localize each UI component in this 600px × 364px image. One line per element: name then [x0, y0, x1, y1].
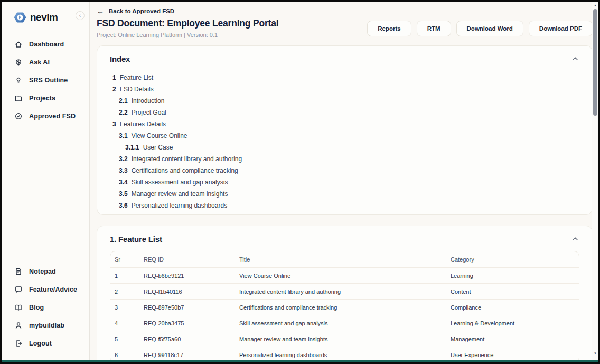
back-link[interactable]: ← Back to Approved FSD	[97, 7, 367, 15]
book-icon	[14, 303, 23, 312]
sidebar-item-ask-ai[interactable]: Ask AI	[2, 53, 89, 71]
index-item[interactable]: 1Feature List	[112, 72, 579, 83]
download-pdf-button[interactable]: Download PDF	[529, 21, 593, 36]
table-header-cell: REQ ID	[144, 256, 239, 263]
sidebar-nav-top: DashboardAsk AISRS OutlineProjectsApprov…	[2, 35, 89, 125]
table-cell: Manager review and team insights	[239, 336, 451, 342]
sidebar-item-projects[interactable]: Projects	[2, 89, 89, 107]
chevron-up-icon[interactable]	[571, 235, 579, 243]
nevim-logo-icon	[13, 11, 27, 24]
index-item-number: 3.4	[119, 179, 128, 186]
check-circle-icon	[14, 112, 23, 120]
index-item[interactable]: 2.2Project Goal	[112, 107, 579, 118]
index-item[interactable]: 3Features Details	[112, 118, 579, 130]
sidebar-item-label: Blog	[29, 304, 44, 311]
table-cell: 1	[115, 273, 144, 279]
sidebar-item-feature-advice[interactable]: Feature/Advice	[2, 281, 89, 298]
logo: nevim ‹	[2, 2, 89, 33]
index-item-number: 3.1.1	[125, 144, 139, 151]
index-list: 1Feature List2FSD Details2.1Introduction…	[110, 72, 579, 211]
sidebar-item-label: Approved FSD	[29, 113, 76, 120]
index-item-number: 3.1	[119, 132, 128, 139]
index-item-label: Project Goal	[132, 109, 166, 116]
index-item[interactable]: 3.5Manager review and team insights	[112, 188, 579, 200]
sidebar-item-notepad[interactable]: Notepad	[2, 263, 89, 281]
scrollbar-thumb[interactable]	[593, 9, 597, 116]
index-item[interactable]: 2.1Introduction	[112, 95, 579, 107]
scrollbar[interactable]: ▲ ▼	[592, 2, 598, 360]
index-item-number: 3.2	[119, 155, 128, 163]
index-item-label: Personalized learning dashboards	[132, 202, 227, 209]
sidebar-item-approved-fsd[interactable]: Approved FSD	[2, 107, 89, 125]
scroll-down-arrow-icon[interactable]: ▼	[592, 350, 598, 357]
table-cell: REQ-897e50b7	[144, 304, 239, 311]
chevron-left-icon: ‹	[79, 12, 81, 20]
table-cell: 2	[115, 288, 144, 295]
index-item[interactable]: 2FSD Details	[112, 83, 579, 95]
app-window: nevim ‹ DashboardAsk AISRS OutlineProjec…	[0, 0, 600, 364]
user-icon	[14, 321, 23, 330]
sidebar-item-label: Feature/Advice	[29, 286, 77, 293]
feature-list-card: 1. Feature List SrREQ IDTitleCategory 1R…	[97, 226, 593, 362]
index-item[interactable]: 3.6Personalized learning dashboards	[112, 200, 579, 211]
sidebar-item-mybuildlab[interactable]: mybuildlab	[2, 316, 89, 334]
feature-table-body: 1REQ-b6be9121View Course OnlineLearning2…	[110, 267, 579, 362]
table-cell: Content	[451, 288, 579, 295]
main-content: ← Back to Approved FSD FSD Document: Emp…	[90, 2, 598, 362]
sidebar: nevim ‹ DashboardAsk AISRS OutlineProjec…	[2, 2, 90, 362]
index-card-header: Index	[110, 54, 579, 64]
download-word-button[interactable]: Download Word	[456, 21, 523, 36]
back-label: Back to Approved FSD	[109, 8, 174, 14]
logout-icon	[14, 339, 23, 348]
index-item[interactable]: 3.2Integrated content library and author…	[112, 153, 579, 165]
sidebar-nav-bottom: NotepadFeature/AdviceBlogmybuildlabLogou…	[2, 263, 89, 352]
index-item-number: 2.1	[119, 97, 128, 105]
table-cell: View Course Online	[239, 273, 451, 279]
sidebar-collapse-button[interactable]: ‹	[76, 11, 85, 20]
table-header-row: SrREQ IDTitleCategory	[110, 251, 579, 267]
index-item[interactable]: 3.3Certifications and compliance trackin…	[112, 165, 579, 176]
home-icon	[14, 40, 23, 49]
rtm-button[interactable]: RTM	[417, 21, 451, 36]
reports-button[interactable]: Reports	[367, 21, 411, 36]
index-item-label: Certifications and compliance tracking	[132, 167, 238, 174]
feature-card-title: 1. Feature List	[110, 234, 162, 245]
page-subtitle: Project: Online Learning Platform | Vers…	[97, 31, 367, 39]
chevron-up-icon[interactable]	[571, 54, 579, 63]
sidebar-item-dashboard[interactable]: Dashboard	[2, 35, 89, 53]
index-item-label: Manager review and team insights	[132, 190, 228, 198]
chat-icon	[14, 285, 23, 294]
index-item-label: Integrated content library and authoring	[132, 155, 242, 163]
sidebar-item-srs-outline[interactable]: SRS Outline	[2, 71, 89, 89]
index-item[interactable]: 3.1.1User Case	[112, 142, 579, 153]
table-header-cell: Title	[239, 256, 451, 263]
accent-bar	[2, 360, 598, 362]
index-item[interactable]: 3.4Skill assessment and gap analysis	[112, 176, 579, 188]
sidebar-item-label: Dashboard	[29, 41, 64, 48]
scroll-up-arrow-icon[interactable]: ▲	[592, 2, 598, 8]
sidebar-item-label: Ask AI	[29, 59, 50, 66]
table-header-cell: Category	[451, 256, 579, 263]
index-item[interactable]: 3.1View Course Online	[112, 130, 579, 142]
table-cell: Learning & Development	[451, 320, 579, 326]
index-item-number: 2.2	[119, 109, 128, 116]
feature-card-header: 1. Feature List	[110, 234, 579, 245]
sidebar-item-blog[interactable]: Blog	[2, 298, 89, 316]
index-card: Index 1Feature List2FSD Details2.1Introd…	[97, 45, 593, 215]
notepad-icon	[14, 267, 23, 276]
feature-table-head: SrREQ IDTitleCategory	[110, 251, 579, 267]
page-title: FSD Document: Employee Learning Portal	[97, 17, 367, 30]
index-item-label: Introduction	[132, 97, 165, 105]
arrow-left-icon: ←	[97, 7, 104, 15]
sidebar-item-logout[interactable]: Logout	[2, 334, 89, 352]
table-cell: Integrated content library and authoring	[239, 288, 451, 295]
index-item-label: FSD Details	[120, 86, 154, 93]
index-item-number: 3.5	[119, 190, 128, 198]
table-cell: Skill assessment and gap analysis	[239, 320, 451, 326]
table-header-cell: Sr	[115, 256, 144, 263]
table-cell: REQ-b6be9121	[144, 273, 239, 279]
page-header: ← Back to Approved FSD FSD Document: Emp…	[97, 7, 593, 39]
table-cell: REQ-f1b40116	[144, 288, 239, 295]
sidebar-item-label: Logout	[29, 340, 52, 347]
page-header-left: ← Back to Approved FSD FSD Document: Emp…	[97, 7, 367, 39]
